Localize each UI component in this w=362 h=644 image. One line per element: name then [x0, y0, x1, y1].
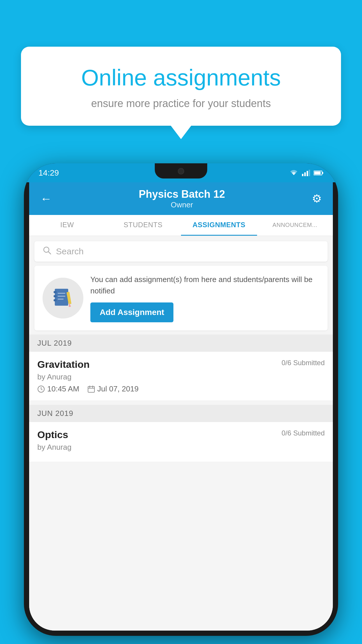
svg-rect-1	[304, 172, 306, 176]
phone-frame: 14:29 ←	[24, 163, 338, 636]
svg-rect-21	[88, 386, 94, 392]
camera-dot	[178, 168, 184, 174]
tab-iew[interactable]: IEW	[29, 215, 105, 236]
tabs-bar: IEW STUDENTS ASSIGNMENTS ANNOUNCEM...	[29, 215, 333, 236]
svg-rect-12	[54, 299, 57, 301]
signal-icon	[302, 170, 310, 176]
battery-icon	[314, 170, 324, 176]
svg-rect-0	[302, 174, 303, 176]
bubble-subtitle: ensure more practice for your students	[41, 97, 321, 110]
svg-rect-14	[58, 296, 65, 297]
svg-rect-13	[58, 293, 65, 294]
wifi-icon	[289, 170, 298, 176]
screen-content: Search	[29, 236, 333, 631]
assignment-icon-circle	[43, 278, 83, 318]
optics-top: Optics 0/6 Submitted	[37, 429, 325, 440]
svg-rect-9	[55, 289, 68, 306]
assignment-date: Jul 07, 2019	[87, 384, 139, 393]
time-value: 10:45 AM	[47, 384, 79, 393]
assignment-status-gravitation: 0/6 Submitted	[282, 359, 325, 367]
assignment-meta-gravitation: 10:45 AM Jul 07, 2019	[37, 384, 325, 393]
svg-line-8	[48, 252, 51, 254]
svg-line-20	[41, 389, 42, 390]
assignment-time: 10:45 AM	[37, 384, 79, 393]
promo-description: You can add assignment(s) from here and …	[90, 274, 319, 297]
assignment-item-optics[interactable]: Optics 0/6 Submitted by Anurag	[29, 422, 333, 462]
clock-icon	[37, 385, 45, 393]
svg-rect-10	[54, 291, 57, 293]
assignment-by-gravitation: by Anurag	[37, 372, 325, 382]
phone-notch	[155, 163, 207, 178]
back-button[interactable]: ←	[40, 192, 52, 205]
settings-icon[interactable]: ⚙	[312, 192, 322, 205]
status-icons	[289, 170, 324, 176]
phone-screen: ← Physics Batch 12 Owner ⚙ IEW STUDENTS …	[29, 182, 333, 631]
svg-rect-11	[54, 295, 57, 297]
assignment-title-optics: Optics	[37, 429, 68, 440]
header-subtitle: Owner	[139, 200, 225, 209]
svg-rect-2	[307, 171, 308, 176]
svg-rect-6	[314, 172, 321, 174]
bubble-title: Online assignments	[41, 64, 321, 92]
header-title: Physics Batch 12	[139, 188, 225, 200]
svg-rect-3	[309, 170, 310, 176]
calendar-icon	[87, 385, 95, 393]
search-placeholder: Search	[56, 246, 84, 256]
tab-students[interactable]: STUDENTS	[105, 215, 181, 236]
promo-card: You can add assignment(s) from here and …	[34, 266, 328, 330]
tab-announcements[interactable]: ANNOUNCEM...	[257, 215, 333, 236]
header-center: Physics Batch 12 Owner	[139, 188, 225, 209]
svg-rect-15	[58, 299, 64, 300]
search-icon	[43, 246, 51, 257]
month-header-jul: JUL 2019	[29, 335, 333, 352]
status-time: 14:29	[38, 168, 59, 178]
app-header: ← Physics Batch 12 Owner ⚙	[29, 182, 333, 215]
assignment-title-gravitation: Gravitation	[37, 359, 89, 370]
assignment-top: Gravitation 0/6 Submitted	[37, 359, 325, 370]
tab-assignments[interactable]: ASSIGNMENTS	[181, 215, 257, 236]
month-header-jun: JUN 2019	[29, 405, 333, 422]
assignment-item-gravitation[interactable]: Gravitation 0/6 Submitted by Anurag 10:4…	[29, 352, 333, 401]
search-bar[interactable]: Search	[34, 241, 328, 262]
add-assignment-button[interactable]: Add Assignment	[90, 302, 173, 322]
assignment-by-optics: by Anurag	[37, 443, 325, 452]
promo-right: You can add assignment(s) from here and …	[90, 274, 319, 322]
date-value: Jul 07, 2019	[97, 384, 139, 393]
assignment-status-optics: 0/6 Submitted	[282, 429, 325, 437]
speech-bubble-card: Online assignments ensure more practice …	[21, 47, 341, 126]
notebook-icon	[51, 286, 75, 310]
svg-rect-5	[322, 172, 323, 174]
